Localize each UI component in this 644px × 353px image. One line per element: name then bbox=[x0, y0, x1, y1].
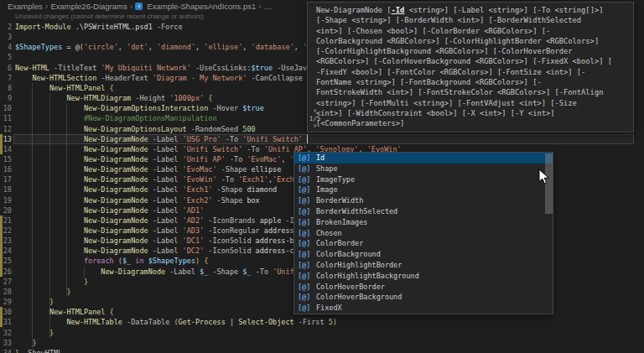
signature-prev-icon[interactable]: ∧ bbox=[313, 107, 316, 115]
text-cursor bbox=[307, 134, 308, 143]
line-number: 23 bbox=[0, 236, 12, 246]
line-number: 14 bbox=[0, 144, 12, 154]
line-number: 12 bbox=[0, 124, 12, 134]
line-number: 34 bbox=[0, 348, 12, 353]
line-number: 5 bbox=[0, 52, 12, 62]
completion-item-label: Chosen bbox=[316, 228, 342, 239]
signature-text: [-ColorHighlightBackground <RGBColors>] … bbox=[316, 46, 630, 56]
chevron-right-icon: › bbox=[130, 2, 133, 10]
completion-item-label: ColorHighlightBackground bbox=[316, 271, 419, 282]
parameter-icon: [@] bbox=[294, 228, 316, 239]
line-number: 24 bbox=[0, 246, 12, 256]
completion-item-label: BorderWidthSelected bbox=[316, 206, 397, 217]
line-number: 18 bbox=[0, 184, 12, 195]
completion-item[interactable]: [@]FixedX bbox=[294, 303, 553, 314]
completion-item[interactable]: [@]ColorHighlightBorder bbox=[294, 260, 553, 271]
parameter-icon: [@] bbox=[294, 153, 316, 164]
parameter-icon: [@] bbox=[294, 206, 316, 217]
signature-text: ColorBackground <RGBColors>] [-ColorHigh… bbox=[316, 36, 630, 46]
breadcrumb-item-file[interactable]: Example-ShapesAndIcons.ps1 bbox=[147, 2, 256, 11]
completion-item-label: ColorBackground bbox=[316, 249, 381, 260]
signature-pager-count: 1/5 bbox=[309, 115, 321, 122]
signature-text: -FixedY <bool>] [-FontColor <RGBColors>]… bbox=[316, 67, 630, 77]
breadcrumb-item-folder[interactable]: Example26-Diagrams bbox=[50, 2, 127, 11]
completion-item[interactable]: [@]ColorHoverBackground bbox=[294, 292, 553, 303]
line-number: 20 bbox=[0, 205, 12, 215]
completion-item-label: Id bbox=[316, 153, 325, 164]
completion-item-label: BrokenImages bbox=[316, 217, 367, 228]
signature-active-parameter: -Id bbox=[392, 6, 405, 14]
signature-text: <int>] [-Chosen <bool>] [-ColorBorder <R… bbox=[316, 26, 630, 36]
parameter-icon: [@] bbox=[294, 164, 316, 174]
completion-item-label: ColorHighlightBorder bbox=[316, 260, 402, 271]
parameter-icon: [@] bbox=[294, 282, 316, 293]
signature-help-popup: New-DiagramNode [-Id <string>] [-Label <… bbox=[307, 2, 634, 132]
completion-item-label: BorderWidth bbox=[316, 195, 363, 206]
line-number: 29 bbox=[0, 297, 12, 307]
signature-next-icon[interactable]: ∨ bbox=[313, 122, 316, 130]
line-number: 21 bbox=[0, 215, 12, 226]
line-number: 6 bbox=[0, 63, 12, 73]
parameter-icon: [@] bbox=[294, 174, 316, 185]
line-number: 13 bbox=[0, 134, 12, 144]
line-number: 4 bbox=[0, 42, 12, 52]
editor-window: 2Import-Module .\PSWriteHTML.psd1 -Force… bbox=[0, 0, 644, 353]
completion-item[interactable]: [@]ColorHighlightBackground bbox=[294, 271, 553, 282]
completion-item[interactable]: [@]ColorBorder bbox=[294, 238, 553, 249]
line-number: 19 bbox=[0, 195, 12, 205]
line-number: 2 bbox=[0, 22, 12, 32]
completion-item[interactable]: [@]BrokenImages bbox=[294, 217, 553, 228]
completion-item[interactable]: [@]ImageType bbox=[294, 174, 553, 185]
line-number: 17 bbox=[0, 174, 12, 184]
line-number: 32 bbox=[0, 328, 12, 338]
completion-item[interactable]: [@]Id bbox=[294, 153, 553, 164]
parameter-icon: [@] bbox=[294, 260, 316, 271]
line-number: 3 bbox=[0, 32, 12, 42]
signature-pager: ∧ 1/5 ∨ bbox=[309, 107, 321, 130]
line-number: 31 bbox=[0, 317, 12, 327]
completion-item[interactable]: [@]ColorHoverBorder bbox=[294, 282, 553, 293]
line-number: 15 bbox=[0, 154, 12, 164]
parameter-icon: [@] bbox=[294, 184, 316, 195]
completion-item-label: Shape bbox=[316, 164, 338, 174]
signature-text: New-DiagramNode [-Id <string>] [-Label <… bbox=[316, 5, 630, 15]
line-number: 28 bbox=[0, 287, 12, 297]
parameter-icon: [@] bbox=[294, 303, 316, 314]
signature-text: [<CommonParameters>] bbox=[316, 118, 630, 128]
powershell-file-icon: › bbox=[135, 3, 143, 10]
line-number: 27 bbox=[0, 277, 12, 287]
parameter-icon: [@] bbox=[294, 249, 316, 260]
completion-item[interactable]: [@]ColorBackground bbox=[294, 249, 553, 260]
breadcrumb-item-symbol[interactable]: … bbox=[264, 2, 273, 11]
line-number: 7 bbox=[0, 73, 12, 83]
completion-item-label: FixedX bbox=[316, 303, 342, 314]
line-number: 16 bbox=[0, 164, 12, 174]
line-number: 25 bbox=[0, 256, 12, 266]
signature-text: [-Shape <string>] [-BorderWidth <int>] [… bbox=[316, 15, 630, 25]
parameter-icon: [@] bbox=[294, 292, 316, 303]
line-number: 11 bbox=[0, 113, 12, 123]
signature-text: FontName <string>] [-FontBackground <RGB… bbox=[316, 77, 630, 87]
line-number: 30 bbox=[0, 307, 12, 317]
line-number: 22 bbox=[0, 226, 12, 236]
completion-item-label: ColorHoverBackground bbox=[316, 292, 402, 303]
parameter-icon: [@] bbox=[294, 195, 316, 206]
line-number: 9 bbox=[0, 93, 12, 103]
breadcrumb-item-examples[interactable]: Examples bbox=[8, 2, 43, 11]
signature-text: FontStrokeWidth <int>] [-FontStrokeColor… bbox=[316, 87, 630, 97]
chevron-right-icon: › bbox=[258, 2, 262, 10]
signature-text: <RGBColors>] [-ColorHoverBackground <RGB… bbox=[316, 56, 630, 66]
parameter-icon: [@] bbox=[294, 271, 316, 282]
chevron-right-icon: › bbox=[45, 2, 49, 10]
line-number: 10 bbox=[0, 103, 12, 113]
parameter-icon: [@] bbox=[294, 238, 316, 249]
completion-item[interactable]: [@]Chosen bbox=[294, 228, 553, 239]
completion-item[interactable]: [@]BorderWidth bbox=[294, 195, 553, 206]
codelens-unsaved-changes[interactable]: Unsaved changes (cannot determine recent… bbox=[15, 13, 204, 20]
completion-item-label: ColorBorder bbox=[316, 238, 363, 249]
line-number: 8 bbox=[0, 83, 12, 93]
completion-item[interactable]: [@]Image bbox=[294, 184, 553, 195]
completion-item[interactable]: [@]BorderWidthSelected bbox=[294, 206, 553, 217]
completion-item[interactable]: [@]Shape bbox=[294, 164, 553, 174]
completion-item-label: ImageType bbox=[316, 174, 355, 185]
